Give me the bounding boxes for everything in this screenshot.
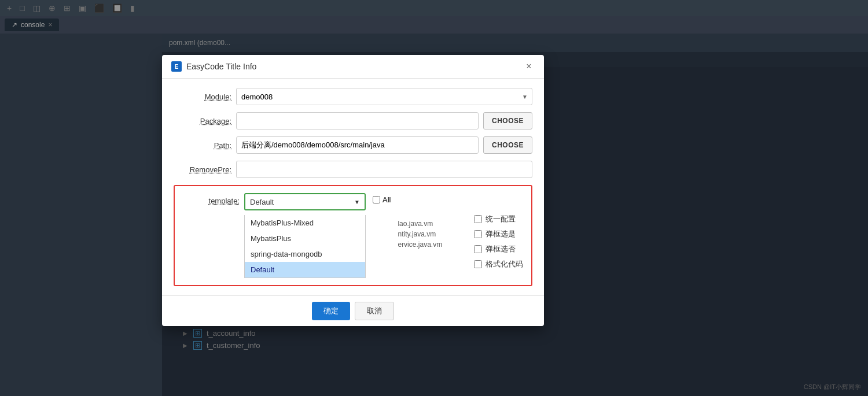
dialog-title-text: EasyCode Title Info bbox=[186, 62, 256, 71]
dialog-icon: E bbox=[171, 61, 182, 72]
path-input[interactable] bbox=[236, 136, 479, 154]
path-row: Path: CHOOSE bbox=[174, 136, 532, 154]
package-row: Package: CHOOSE bbox=[174, 112, 532, 129]
removepre-input[interactable] bbox=[236, 161, 532, 178]
checkbox-modal-no[interactable] bbox=[474, 245, 482, 253]
dialog-close-button[interactable]: × bbox=[523, 61, 535, 72]
confirm-button[interactable]: 确定 bbox=[312, 302, 350, 320]
all-label: All bbox=[382, 195, 391, 204]
removepre-label: RemovePre: bbox=[174, 165, 231, 174]
file-item-0: lao.java.vm bbox=[398, 219, 467, 229]
removepre-row: RemovePre: bbox=[174, 161, 532, 178]
dialog-footer: 确定 取消 bbox=[162, 295, 544, 326]
checkbox-unified-config[interactable] bbox=[474, 215, 482, 223]
module-row: Module: demo008 ▼ bbox=[174, 88, 532, 105]
package-choose-button[interactable]: CHOOSE bbox=[483, 112, 532, 129]
dropdown-selected-value: Default bbox=[250, 198, 274, 206]
checkbox-list: 统一配置 弹框选是 弹框选否 格式化代码 bbox=[474, 193, 543, 278]
checkbox-row-0: 统一配置 bbox=[474, 214, 543, 224]
all-checkbox[interactable] bbox=[373, 196, 380, 203]
dropdown-arrow-icon: ▼ bbox=[354, 199, 360, 205]
cancel-button[interactable]: 取消 bbox=[355, 302, 394, 320]
checkbox-label-0: 统一配置 bbox=[486, 214, 516, 224]
path-choose-button[interactable]: CHOOSE bbox=[483, 136, 532, 154]
dropdown-list: MybatisPlus-Mixed MybatisPlus spring-dat… bbox=[244, 215, 366, 278]
checkbox-format-code[interactable] bbox=[474, 260, 482, 268]
checkbox-row-3: 格式化代码 bbox=[474, 259, 543, 269]
template-section: template: Default ▼ All bbox=[174, 185, 532, 286]
dialog-icon-label: E bbox=[175, 64, 179, 70]
package-input[interactable] bbox=[236, 112, 479, 129]
easycod-dialog: E EasyCode Title Info × Module: demo008 … bbox=[162, 55, 544, 326]
template-label-row: template: Default ▼ All bbox=[182, 193, 391, 278]
file-item-1: ntity.java.vm bbox=[398, 229, 467, 239]
template-controls: Default ▼ All Mybati bbox=[244, 193, 391, 278]
dialog-title: E EasyCode Title Info bbox=[171, 61, 256, 72]
dropdown-item-default[interactable]: Default bbox=[245, 262, 365, 277]
template-label: template: bbox=[182, 193, 240, 205]
checkbox-label-2: 弹框选否 bbox=[486, 244, 516, 254]
module-select[interactable]: demo008 bbox=[236, 88, 532, 105]
template-dropdown-trigger[interactable]: Default ▼ bbox=[244, 193, 366, 210]
dropdown-item-mybatisplus-mixed[interactable]: MybatisPlus-Mixed bbox=[245, 215, 365, 231]
template-inner: template: Default ▼ All bbox=[182, 193, 524, 278]
file-list: lao.java.vm ntity.java.vm ervice.java.vm bbox=[398, 198, 467, 278]
path-label: Path: bbox=[174, 141, 231, 150]
checkbox-label-3: 格式化代码 bbox=[486, 259, 523, 269]
file-item-2: ervice.java.vm bbox=[398, 239, 467, 250]
checkbox-modal-yes[interactable] bbox=[474, 230, 482, 238]
dialog-body: Module: demo008 ▼ Package: CHOOSE Path: … bbox=[162, 79, 544, 295]
checkbox-row-1: 弹框选是 bbox=[474, 229, 543, 239]
checkbox-label-1: 弹框选是 bbox=[486, 229, 516, 239]
package-label: Package: bbox=[174, 117, 231, 125]
all-checkbox-row: All bbox=[373, 195, 391, 204]
checkbox-row-2: 弹框选否 bbox=[474, 244, 543, 254]
module-select-wrapper: demo008 ▼ bbox=[236, 88, 532, 105]
module-label: Module: bbox=[174, 92, 231, 101]
dropdown-item-mybatisplus[interactable]: MybatisPlus bbox=[245, 231, 365, 246]
dropdown-item-spring-data-mongodb[interactable]: spring-data-mongodb bbox=[245, 246, 365, 262]
dialog-header: E EasyCode Title Info × bbox=[162, 55, 544, 79]
